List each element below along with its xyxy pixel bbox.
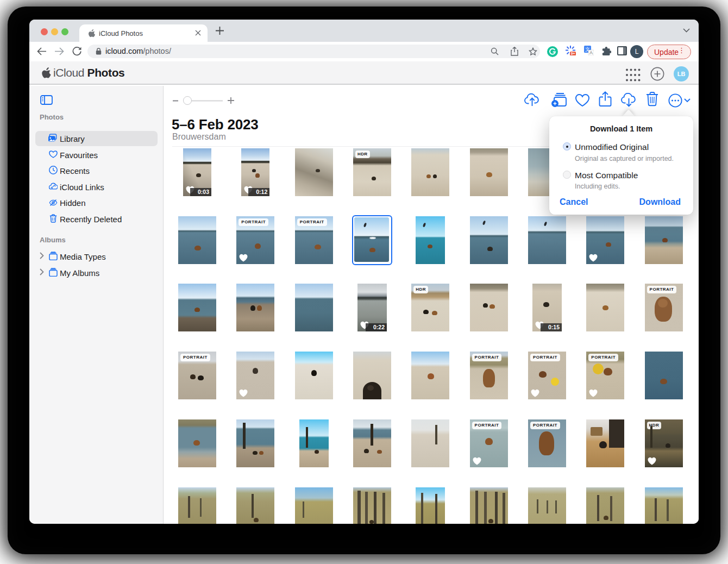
svg-text:A: A xyxy=(589,50,593,55)
svg-text:9+: 9+ xyxy=(571,52,575,55)
